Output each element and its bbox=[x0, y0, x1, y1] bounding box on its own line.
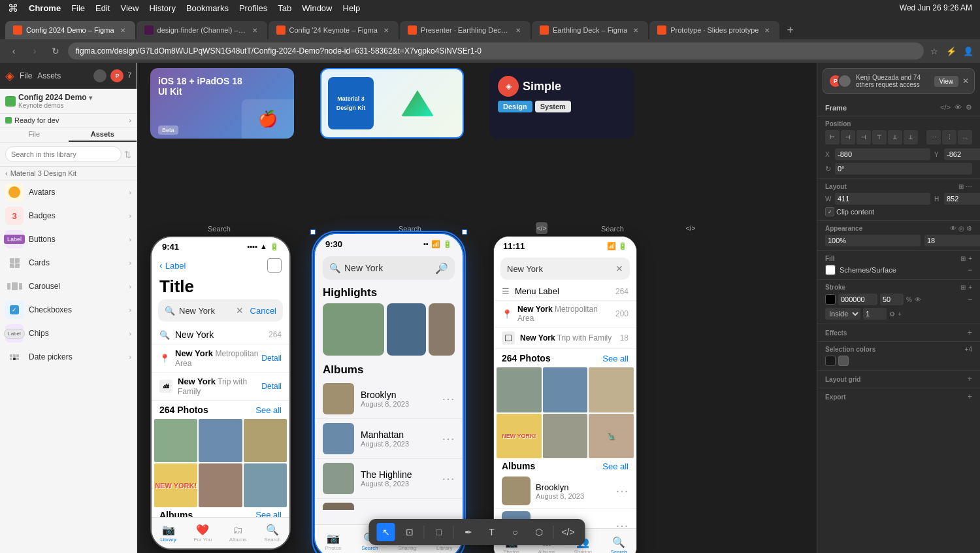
project-name[interactable]: Config 2024 Demo ▾ bbox=[18, 93, 92, 102]
file-menu-btn[interactable]: File bbox=[20, 71, 32, 80]
stroke-color-swatch[interactable] bbox=[825, 294, 836, 305]
assets-tab[interactable]: Assets bbox=[69, 127, 137, 142]
edit-menu-item[interactable]: Edit bbox=[95, 3, 110, 13]
clear-icon[interactable]: ✕ bbox=[236, 305, 244, 316]
fill-grid-icon[interactable]: ⊞ bbox=[960, 255, 966, 262]
tab-close-button[interactable]: ✕ bbox=[382, 25, 391, 35]
h-input[interactable] bbox=[944, 193, 980, 205]
address-input[interactable] bbox=[68, 42, 924, 59]
right-brooklyn-row[interactable]: Brooklyn August 8, 2023 ⋯ bbox=[494, 474, 636, 509]
frame-code-icon[interactable]: </> bbox=[940, 103, 951, 112]
material-thumbnail-card[interactable]: Material 3 Design Kit bbox=[320, 68, 464, 139]
sidebar-item-chips[interactable]: Label Chips › bbox=[0, 322, 137, 345]
mid-album-arm[interactable]: The Arm August 8, 2023 ⋯ bbox=[315, 499, 463, 510]
file-menu-item[interactable]: File bbox=[71, 3, 85, 13]
shape-tool[interactable]: □ bbox=[430, 523, 448, 541]
right-see-all[interactable]: See all bbox=[602, 354, 629, 363]
tab-library[interactable]: 📷 Library bbox=[160, 524, 176, 543]
right-location-result[interactable]: 📍 New York Metropolitan Area 200 bbox=[494, 301, 636, 327]
sidebar-item-badges[interactable]: 3 Badges › bbox=[0, 204, 137, 227]
x-input[interactable] bbox=[835, 148, 930, 160]
library-search-input[interactable] bbox=[5, 146, 122, 162]
tab-close-button[interactable]: ✕ bbox=[250, 25, 259, 35]
tab-config-demo[interactable]: Config 2024 Demo – Figma ✕ bbox=[5, 21, 135, 39]
stroke-add-icon[interactable]: + bbox=[968, 284, 972, 291]
bookmarks-menu-item[interactable]: Bookmarks bbox=[186, 3, 229, 13]
back-button[interactable]: ‹ bbox=[5, 42, 22, 59]
fill-minus-btn[interactable]: − bbox=[968, 265, 972, 275]
edit-icon-label3[interactable]: </> bbox=[685, 222, 696, 234]
appearance-eye2-icon[interactable]: ◎ bbox=[958, 225, 964, 232]
view-menu-item[interactable]: View bbox=[120, 3, 139, 13]
tab-menu-item[interactable]: Tab bbox=[278, 3, 291, 13]
layout-grid-add-btn[interactable]: + bbox=[968, 375, 972, 384]
left-phone-back[interactable]: ‹ Label bbox=[152, 256, 289, 275]
stroke-width-input[interactable] bbox=[863, 308, 887, 320]
right-albums-see-all[interactable]: See all bbox=[602, 461, 629, 471]
select-icon[interactable] bbox=[267, 258, 282, 273]
mid-album-manhattan[interactable]: Manhattan August 8, 2023 ⋯ bbox=[315, 419, 463, 459]
right-tab-search[interactable]: 🔍 Search bbox=[610, 536, 627, 553]
clip-content-row[interactable]: ✓ Clip content bbox=[825, 207, 972, 216]
tab-search[interactable]: 🔍 Search bbox=[264, 524, 280, 543]
stroke-opacity-input[interactable] bbox=[880, 293, 904, 305]
chrome-menu-item[interactable]: Chrome bbox=[29, 3, 61, 13]
notif-close-icon[interactable]: ✕ bbox=[962, 76, 969, 86]
mid-search-btn[interactable]: 🔎 bbox=[435, 262, 448, 275]
distribute-v[interactable]: ⋮ bbox=[942, 130, 956, 144]
mid-album-brooklyn[interactable]: Brooklyn August 8, 2023 ⋯ bbox=[315, 379, 463, 419]
detail-link[interactable]: Detail bbox=[261, 354, 282, 363]
search-result-ny[interactable]: 🔍 New York 264 bbox=[152, 326, 289, 344]
align-left[interactable]: ⊢ bbox=[825, 130, 840, 144]
tab-design-finder[interactable]: design-finder (Channel) – U... ✕ bbox=[137, 21, 267, 39]
brooklyn-more[interactable]: ⋯ bbox=[442, 391, 455, 407]
notif-view-btn[interactable]: View bbox=[934, 76, 959, 87]
appearance-more-icon[interactable]: ⚙ bbox=[966, 225, 972, 232]
ellipse-tool[interactable]: ○ bbox=[506, 523, 525, 541]
reload-button[interactable]: ↻ bbox=[47, 42, 64, 59]
mid-search-bar[interactable]: 🔍 New York 🔎 bbox=[323, 256, 455, 280]
tab-earthling[interactable]: Earthling Deck – Figma ✕ bbox=[532, 21, 648, 39]
mid-tab-photos[interactable]: 📷 Photos bbox=[325, 532, 341, 551]
rotation-input[interactable] bbox=[835, 163, 972, 175]
fill-add-icon[interactable]: + bbox=[968, 255, 972, 262]
tab-albums[interactable]: 🗂 Albums bbox=[229, 524, 247, 543]
stroke-side-select[interactable]: Inside bbox=[825, 308, 860, 320]
status-arrow[interactable]: › bbox=[129, 116, 131, 124]
profiles-menu-item[interactable]: Profiles bbox=[239, 3, 267, 13]
sidebar-item-carousel[interactable]: Carousel › bbox=[0, 275, 137, 298]
tab-close-button[interactable]: ✕ bbox=[762, 25, 772, 35]
see-all-btn[interactable]: See all bbox=[255, 405, 282, 415]
window-menu-item[interactable]: Window bbox=[302, 3, 332, 13]
sidebar-item-date-pickers[interactable]: Date pickers › bbox=[0, 345, 137, 369]
cursor-tool[interactable]: ↖ bbox=[377, 523, 395, 541]
search-result-metro[interactable]: 📍 New York Metropolitan Area Detail bbox=[152, 344, 289, 373]
tab-close-button[interactable]: ✕ bbox=[514, 25, 523, 35]
new-tab-button[interactable]: + bbox=[781, 21, 799, 39]
stroke-settings-icon[interactable]: ⚙ bbox=[889, 310, 895, 318]
frame-settings-icon[interactable]: ⚙ bbox=[966, 103, 972, 112]
export-add-btn[interactable]: + bbox=[968, 392, 972, 401]
profile-icon[interactable]: 👤 bbox=[962, 44, 975, 58]
forward-button[interactable]: › bbox=[26, 42, 43, 59]
tab-close-button[interactable]: ✕ bbox=[631, 25, 640, 35]
stroke-plus-btn[interactable]: + bbox=[898, 310, 902, 318]
frame-eye-icon[interactable]: 👁 bbox=[955, 103, 962, 112]
effects-add-btn[interactable]: + bbox=[968, 328, 972, 337]
tab-presenter[interactable]: Presenter · Earthling Deck –... ✕ bbox=[400, 21, 531, 39]
right-trip-result[interactable]: □ New York Trip with Family 18 bbox=[494, 327, 636, 349]
clip-checkbox[interactable]: ✓ bbox=[825, 207, 834, 216]
right-search-bar[interactable]: New York ✕ bbox=[500, 258, 630, 280]
radius-input[interactable] bbox=[924, 235, 980, 246]
layout-settings-icon[interactable]: ⋯ bbox=[966, 183, 972, 190]
assets-menu-btn[interactable]: Assets bbox=[37, 71, 61, 80]
fill-color-swatch[interactable] bbox=[825, 265, 836, 275]
align-middle-v[interactable]: ⊥ bbox=[888, 130, 902, 144]
bookmark-icon[interactable]: ☆ bbox=[928, 44, 941, 58]
stroke-eye-icon[interactable]: 👁 bbox=[915, 296, 921, 303]
tab-keynote[interactable]: Config '24 Keynote – Figma ✕ bbox=[269, 21, 399, 39]
tab-close-button[interactable]: ✕ bbox=[118, 25, 127, 35]
w-input[interactable] bbox=[835, 193, 930, 205]
left-phone-search-bar[interactable]: 🔍 New York ✕ Cancel bbox=[158, 299, 283, 322]
mid-album-highline[interactable]: The Highline August 8, 2023 ⋯ bbox=[315, 459, 463, 499]
